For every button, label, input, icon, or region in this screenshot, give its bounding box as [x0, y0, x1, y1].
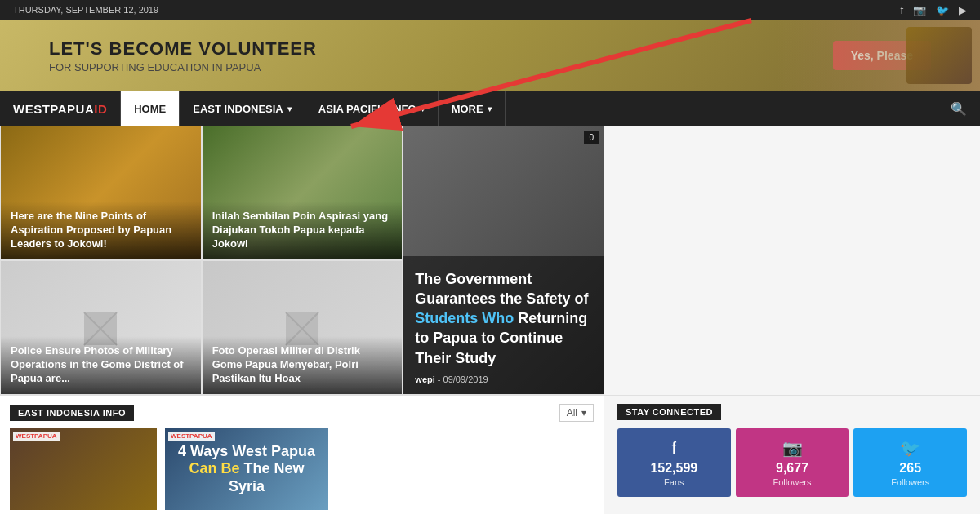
nav-more[interactable]: MORE ▾: [439, 91, 506, 126]
card-1-overlay: Here are the Nine Points of Aspiration P…: [1, 202, 201, 259]
east-indonesia-chevron: ▾: [287, 104, 292, 113]
article-card-1[interactable]: Here are the Nine Points of Aspiration P…: [0, 126, 202, 260]
card-1-title: Here are the Nine Points of Aspiration P…: [11, 210, 191, 251]
facebook-top-icon[interactable]: f: [900, 4, 903, 16]
social-icons-top: f 📷 🐦 ▶: [900, 4, 967, 16]
nav-home[interactable]: HOME: [121, 91, 180, 126]
banner-title: LET'S BECOME VOLUNTEER: [49, 38, 317, 60]
featured-meta: wepi - 09/09/2019: [415, 374, 592, 384]
facebook-card[interactable]: f 152,599 Fans: [617, 428, 731, 497]
twitter-top-icon[interactable]: 🐦: [936, 4, 949, 16]
east-articles-list: WESTPAPUA 4 Ways West PapuaCan Be The Ne…: [10, 428, 594, 510]
article-card-2[interactable]: Inilah Sembilan Poin Aspirasi yang Diaju…: [202, 126, 403, 260]
facebook-icon: f: [672, 439, 677, 458]
social-cards-grid: f 152,599 Fans 📷 9,677 Followers 🐦 265 F…: [617, 428, 967, 497]
filter-chevron: ▾: [581, 407, 586, 419]
featured-dash: -: [438, 374, 443, 384]
stay-connected-section: STAY CONNECTED f 152,599 Fans 📷 9,677 Fo…: [604, 396, 980, 514]
nav-asia-pacific[interactable]: ASIA PACIFIC INFO ▾: [305, 91, 439, 126]
volunteer-banner: LET'S BECOME VOLUNTEER FOR SUPPORTING ED…: [0, 20, 980, 91]
twitter-icon: 🐦: [900, 438, 920, 458]
filter-label: All: [567, 407, 577, 419]
date-label: THURSDAY, SEPTEMBER 12, 2019: [13, 5, 158, 15]
brand-suffix: ID: [94, 102, 107, 116]
card-2-overlay: Inilah Sembilan Poin Aspirasi yang Diaju…: [203, 202, 403, 259]
search-button[interactable]: 🔍: [938, 91, 980, 126]
thumb-brand-2: WESTPAPUA: [168, 432, 215, 441]
east-article-2[interactable]: 4 Ways West PapuaCan Be The New Syria WE…: [165, 428, 328, 510]
right-sidebar: [604, 126, 980, 395]
more-chevron: ▾: [488, 104, 492, 113]
instagram-count: 9,677: [776, 461, 808, 476]
articles-grid: Here are the Nine Points of Aspiration P…: [0, 126, 604, 395]
main-navbar: WESTPAPUAID HOME EAST INDONESIA ▾ ASIA P…: [0, 91, 980, 126]
card-2-title: Inilah Sembilan Poin Aspirasi yang Diaju…: [212, 210, 393, 251]
east-article-1[interactable]: WESTPAPUA: [10, 428, 157, 510]
east-indonesia-section: EAST INDONESIA INFO All ▾ WESTPAPUA 4 Wa…: [0, 396, 604, 514]
featured-highlight: Students Who: [415, 310, 514, 326]
top-bar: THURSDAY, SEPTEMBER 12, 2019 f 📷 🐦 ▶: [0, 0, 980, 20]
twitter-label: Followers: [891, 477, 929, 487]
card-tag: 0: [584, 131, 599, 144]
stay-connected-badge: STAY CONNECTED: [617, 404, 721, 420]
instagram-label: Followers: [773, 477, 811, 487]
card-4-overlay: Foto Operasi Militer di Distrik Gome Pap…: [203, 336, 403, 394]
main-content-area: Here are the Nine Points of Aspiration P…: [0, 126, 980, 395]
banner-subtitle: FOR SUPPORTING EDUCATION IN PAPUA: [49, 61, 317, 73]
card-4-title: Foto Operasi Militer di Distrik Gome Pap…: [212, 344, 393, 386]
twitter-count: 265: [899, 461, 921, 476]
featured-title: The Government Guarantees the Safety of …: [415, 269, 592, 368]
east-indonesia-badge: EAST INDONESIA INFO: [10, 405, 134, 421]
filter-dropdown[interactable]: All ▾: [559, 404, 594, 422]
featured-date: 09/09/2019: [443, 374, 488, 384]
card-3-title: Police Ensure Photos of Military Operati…: [11, 344, 191, 386]
featured-overlay: The Government Guarantees the Safety of …: [403, 256, 604, 394]
nav-east-indonesia[interactable]: EAST INDONESIA ▾: [180, 91, 305, 126]
facebook-label: Fans: [664, 477, 684, 487]
article-card-3[interactable]: Police Ensure Photos of Military Operati…: [0, 260, 202, 395]
instagram-top-icon[interactable]: 📷: [913, 4, 926, 16]
east-indonesia-header: EAST INDONESIA INFO All ▾: [10, 404, 594, 422]
instagram-card[interactable]: 📷 9,677 Followers: [736, 428, 849, 497]
facebook-count: 152,599: [650, 461, 697, 476]
site-brand[interactable]: WESTPAPUAID: [0, 91, 121, 126]
featured-author: wepi: [415, 374, 434, 384]
instagram-icon: 📷: [782, 438, 803, 458]
asia-pacific-chevron: ▾: [421, 104, 425, 113]
banner-text-area: LET'S BECOME VOLUNTEER FOR SUPPORTING ED…: [49, 38, 317, 73]
article-card-4[interactable]: Foto Operasi Militer di Distrik Gome Pap…: [202, 260, 403, 395]
search-icon: 🔍: [951, 101, 967, 117]
card-3-overlay: Police Ensure Photos of Military Operati…: [1, 336, 201, 394]
featured-article-card[interactable]: 0 The Government Guarantees the Safety o…: [403, 126, 604, 395]
youtube-top-icon[interactable]: ▶: [959, 4, 967, 16]
bottom-section: EAST INDONESIA INFO All ▾ WESTPAPUA 4 Wa…: [0, 395, 980, 514]
twitter-card[interactable]: 🐦 265 Followers: [853, 428, 967, 497]
thumb-brand-1: WESTPAPUA: [13, 432, 60, 441]
